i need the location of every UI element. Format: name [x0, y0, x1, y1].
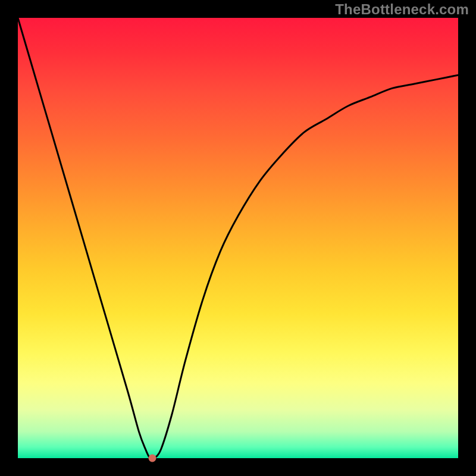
optimal-point-marker — [148, 455, 156, 462]
bottleneck-curve — [18, 18, 458, 458]
chart-frame: TheBottleneck.com — [0, 0, 476, 476]
watermark-text: TheBottleneck.com — [335, 1, 469, 18]
plot-area — [18, 18, 458, 458]
